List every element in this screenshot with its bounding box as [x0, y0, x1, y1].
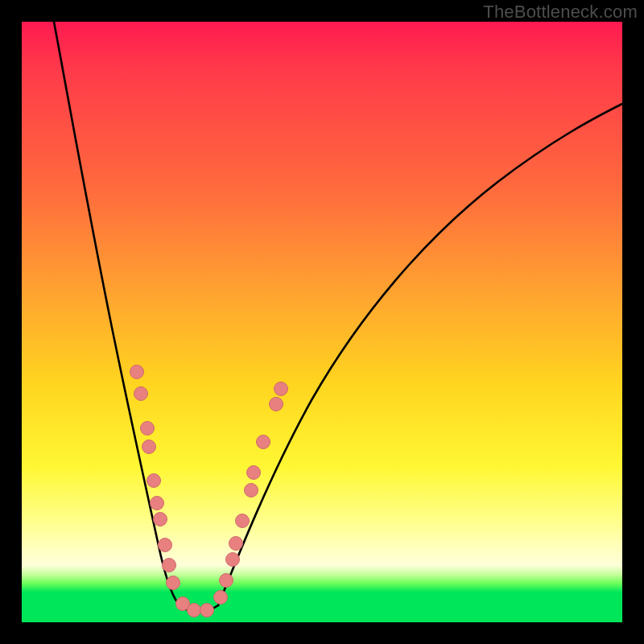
- scatter-dot: [220, 574, 233, 588]
- scatter-dot: [159, 539, 172, 552]
- watermark-text: TheBottleneck.com: [483, 2, 638, 23]
- scatter-dot: [163, 559, 176, 572]
- scatter-dot: [147, 474, 161, 488]
- bottleneck-curve: [22, 22, 622, 622]
- scatter-dot: [226, 553, 240, 567]
- scatter-dot: [229, 537, 243, 551]
- scatter-dot: [236, 514, 250, 528]
- curve-right-arm: [218, 104, 622, 605]
- chart-frame: TheBottleneck.com: [0, 0, 644, 644]
- scatter-dot: [275, 382, 288, 396]
- plot-area: [22, 22, 622, 622]
- scatter-dot: [154, 513, 167, 526]
- scatter-dot: [134, 387, 148, 401]
- scatter-dot: [245, 484, 258, 497]
- scatter-dot: [188, 604, 201, 617]
- scatter-dot: [130, 365, 144, 379]
- scatter-dot: [200, 604, 214, 617]
- scatter-dot: [167, 576, 180, 590]
- scatter-dot: [257, 436, 270, 449]
- scatter-dot: [142, 440, 156, 454]
- scatter-dot: [141, 422, 155, 436]
- scatter-dot: [151, 497, 164, 510]
- scatter-dot: [247, 466, 261, 480]
- scatter-dot: [270, 398, 283, 411]
- scatter-dot: [214, 591, 228, 605]
